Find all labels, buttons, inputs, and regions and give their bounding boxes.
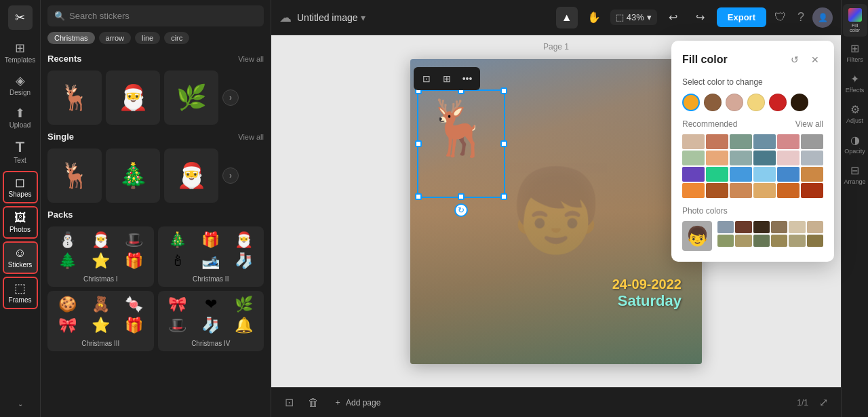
rec-swatch[interactable]: [801, 167, 823, 182]
sidebar-item-shapes[interactable]: ◻ Shapes: [3, 171, 38, 203]
tag-christmas[interactable]: Christmas: [47, 32, 95, 44]
pack-christmas-iv[interactable]: 🎀 ❤ 🌿 🎩 🧦 🔔 Christmas IV: [158, 291, 264, 351]
palette-swatch[interactable]: [807, 221, 823, 233]
rec-swatch[interactable]: [682, 183, 705, 198]
pack-christmas-iii[interactable]: 🍪 🧸 🍬 🎀 ⭐ 🎁 Christmas III: [47, 291, 154, 351]
handle-mid-right[interactable]: [500, 140, 507, 147]
rec-swatch[interactable]: [777, 134, 800, 149]
duplicate-btn[interactable]: ⊞: [438, 70, 456, 87]
palette-swatch[interactable]: [753, 221, 770, 233]
sidebar-collapse-btn[interactable]: ⌄: [3, 396, 38, 412]
rotate-handle[interactable]: ↻: [454, 203, 468, 217]
expand-icon-btn[interactable]: ⤢: [814, 393, 833, 412]
rec-swatch[interactable]: [706, 183, 728, 198]
sidebar-item-design[interactable]: ◈ Design: [3, 71, 38, 100]
right-item-filters[interactable]: ⊞ Filters: [843, 38, 867, 67]
delete-icon-btn[interactable]: 🗑: [304, 393, 323, 412]
recents-view-all[interactable]: View all: [238, 55, 264, 63]
right-item-adjust[interactable]: ⚙ Adjust: [843, 99, 867, 128]
rec-swatch[interactable]: [777, 183, 800, 198]
recent-sticker-2[interactable]: 🎅: [106, 71, 160, 125]
color-swatch-1[interactable]: [682, 94, 700, 111]
palette-swatch[interactable]: [789, 235, 805, 247]
more-options-btn[interactable]: •••: [458, 70, 476, 87]
right-item-opacity[interactable]: ◑ Opacity: [843, 130, 867, 159]
palette-swatch[interactable]: [807, 235, 823, 247]
hand-tool-button[interactable]: ✋: [583, 7, 605, 28]
sidebar-item-templates[interactable]: ⊞ Templates: [3, 38, 38, 68]
handle-bottom-right[interactable]: [500, 193, 507, 200]
sidebar-item-upload[interactable]: ⬆ Upload: [3, 103, 38, 133]
rec-swatch[interactable]: [801, 183, 823, 198]
rec-swatch[interactable]: [682, 167, 705, 182]
handle-bottom-mid[interactable]: [458, 193, 465, 200]
single-sticker-2[interactable]: 🎄: [106, 148, 160, 203]
user-avatar[interactable]: 👤: [812, 7, 833, 28]
right-item-effects[interactable]: ✦ Effects: [843, 68, 867, 98]
palette-swatch[interactable]: [735, 235, 751, 247]
sidebar-item-frames[interactable]: ⬚ Frames: [3, 277, 38, 309]
color-swatch-5[interactable]: [769, 94, 787, 111]
export-button[interactable]: Export: [717, 7, 766, 27]
recent-sticker-3[interactable]: 🌿: [164, 71, 218, 125]
handle-top-right[interactable]: [500, 87, 507, 94]
popup-refresh-btn[interactable]: ↺: [787, 52, 803, 68]
rec-swatch[interactable]: [730, 167, 752, 182]
crop-btn[interactable]: ⊡: [418, 70, 435, 87]
rec-swatch[interactable]: [801, 151, 823, 165]
single-sticker-1[interactable]: 🦌: [47, 148, 102, 203]
rec-swatch[interactable]: [682, 134, 705, 149]
help-icon[interactable]: ?: [795, 7, 807, 27]
app-logo[interactable]: ✂: [8, 5, 33, 30]
rec-swatch[interactable]: [706, 134, 728, 149]
singles-next-btn[interactable]: ›: [222, 167, 239, 184]
recommended-view-all[interactable]: View all: [795, 119, 823, 129]
rec-swatch[interactable]: [777, 167, 800, 182]
add-page-button[interactable]: ＋ Add page: [328, 394, 386, 411]
color-swatch-6[interactable]: [791, 94, 808, 111]
single-sticker-3[interactable]: 🎅: [164, 148, 218, 203]
zoom-control[interactable]: ⬚ 43% ▾: [610, 9, 657, 25]
color-swatch-3[interactable]: [726, 94, 743, 111]
palette-swatch[interactable]: [771, 221, 787, 233]
recents-next-btn[interactable]: ›: [222, 90, 239, 106]
rec-swatch[interactable]: [753, 134, 776, 149]
palette-swatch[interactable]: [771, 235, 787, 247]
sidebar-item-text[interactable]: T Text: [3, 136, 38, 168]
tag-line[interactable]: line: [135, 32, 160, 44]
recent-sticker-1[interactable]: 🦌: [47, 71, 102, 125]
undo-button[interactable]: ↩: [663, 7, 684, 28]
select-tool-button[interactable]: ▲: [556, 7, 578, 28]
search-bar[interactable]: 🔍 Search stickers: [47, 5, 264, 26]
photo-thumbnail[interactable]: 👦: [682, 221, 712, 251]
rec-swatch[interactable]: [706, 167, 728, 182]
handle-mid-left[interactable]: [415, 140, 422, 147]
popup-close-btn[interactable]: ✕: [807, 52, 823, 68]
palette-swatch[interactable]: [753, 235, 770, 247]
palette-swatch[interactable]: [735, 221, 751, 233]
tag-arrow[interactable]: arrow: [99, 32, 132, 44]
handle-bottom-left[interactable]: [415, 193, 422, 200]
shield-icon[interactable]: 🛡: [772, 7, 789, 27]
pack-christmas-ii[interactable]: 🎄 🎁 🎅 🕯 🎿 🧦 Christmas II: [158, 226, 264, 287]
rec-swatch[interactable]: [730, 134, 752, 149]
rec-swatch[interactable]: [730, 183, 752, 198]
rec-swatch[interactable]: [753, 167, 776, 182]
rec-swatch[interactable]: [753, 183, 776, 198]
rec-swatch[interactable]: [706, 151, 728, 165]
palette-swatch[interactable]: [789, 221, 805, 233]
rec-swatch[interactable]: [753, 151, 776, 165]
sticker-selection-box[interactable]: 🦌 ↻: [417, 90, 505, 198]
pack-christmas-i[interactable]: ⛄ 🎅 🎩 🌲 ⭐ 🎁 Christmas I: [47, 226, 154, 287]
tag-circ[interactable]: circ: [164, 32, 189, 44]
palette-swatch[interactable]: [717, 221, 734, 233]
right-item-arrange[interactable]: ⊟ Arrange: [843, 160, 867, 189]
rec-swatch[interactable]: [801, 134, 823, 149]
single-view-all[interactable]: View all: [238, 133, 264, 141]
rec-swatch[interactable]: [777, 151, 800, 165]
document-title[interactable]: Untitled image ▾: [297, 12, 366, 23]
save-icon-btn[interactable]: ⊡: [279, 393, 298, 412]
palette-swatch[interactable]: [717, 235, 734, 247]
right-item-fill-color[interactable]: Fillcolor: [843, 4, 867, 37]
canvas-content[interactable]: 👦 24-09-2022 Saturday 🦌 ↻: [410, 59, 702, 364]
